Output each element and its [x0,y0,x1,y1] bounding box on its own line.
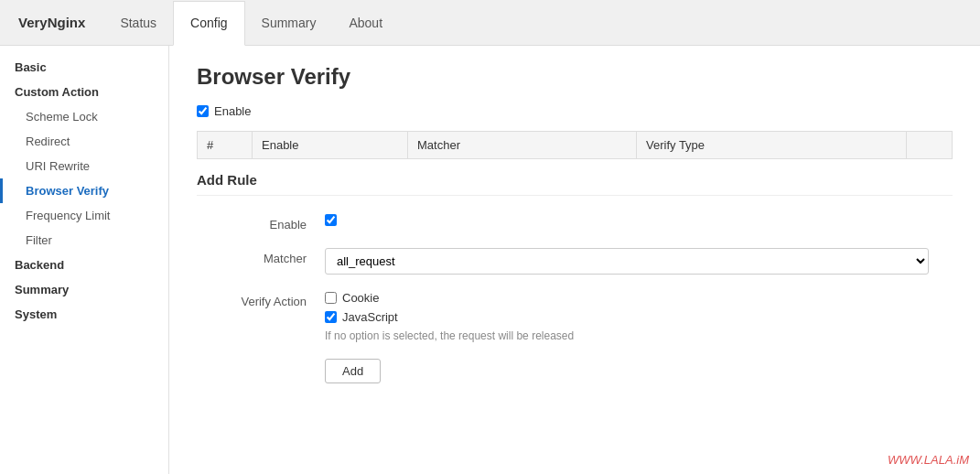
sidebar-item-backend[interactable]: Backend [0,253,168,277]
global-enable-row: Enable [197,104,953,118]
main-content: Browser Verify Enable # Enable Matcher V… [169,46,980,474]
col-header-action [907,132,953,159]
global-enable-checkbox[interactable] [197,105,209,117]
form-control-enable [325,214,953,229]
sidebar-item-system[interactable]: System [0,302,168,327]
top-nav: VeryNginx Status Config Summary About [0,0,980,46]
rule-enable-checkbox[interactable] [325,214,337,226]
nav-summary[interactable]: Summary [245,0,333,45]
nav-config[interactable]: Config [173,1,244,46]
cookie-row: Cookie [325,291,953,305]
col-header-matcher: Matcher [408,132,637,159]
col-header-num: # [198,132,253,159]
form-row-matcher: Matcher all_request [197,248,953,275]
sidebar-item-browser-verify[interactable]: Browser Verify [0,178,168,203]
form-row-verify-action: Verify Action Cookie JavaScript If no op… [197,291,953,342]
form-control-verify-action: Cookie JavaScript If no option is select… [325,291,953,342]
col-header-verify-type: Verify Type [637,132,907,159]
matcher-select[interactable]: all_request [325,248,929,275]
sidebar-item-scheme-lock[interactable]: Scheme Lock [0,104,168,129]
sidebar-item-filter[interactable]: Filter [0,228,168,253]
sidebar-item-redirect[interactable]: Redirect [0,129,168,154]
cookie-checkbox[interactable] [325,292,337,304]
sidebar-item-frequency-limit[interactable]: Frequency Limit [0,203,168,228]
cookie-label: Cookie [342,291,379,305]
javascript-row: JavaScript [325,310,953,324]
form-control-matcher: all_request [325,248,953,275]
layout: Basic Custom Action Scheme Lock Redirect… [0,46,980,474]
sidebar: Basic Custom Action Scheme Lock Redirect… [0,46,169,474]
nav-status[interactable]: Status [103,0,173,45]
form-label-enable: Enable [197,214,325,232]
form-row-add: Add [197,359,953,383]
form-label-verify-action: Verify Action [197,291,325,308]
sidebar-item-basic[interactable]: Basic [0,55,168,80]
col-header-enable: Enable [253,132,408,159]
form-control-add: Add [325,359,953,383]
javascript-checkbox[interactable] [325,311,337,323]
sidebar-item-custom-action[interactable]: Custom Action [0,80,168,104]
javascript-label: JavaScript [342,310,398,324]
sidebar-item-summary[interactable]: Summary [0,277,168,302]
global-enable-label: Enable [214,104,251,118]
brand: VeryNginx [0,0,103,45]
page-title: Browser Verify [197,64,953,90]
nav-about[interactable]: About [332,0,399,45]
add-button[interactable]: Add [325,359,381,383]
add-rule-title: Add Rule [197,172,953,196]
form-label-matcher: Matcher [197,248,325,265]
verify-action-hint: If no option is selected, the request wi… [325,329,953,342]
sidebar-item-uri-rewrite[interactable]: URI Rewrite [0,154,168,178]
form-row-enable: Enable [197,214,953,232]
rules-table: # Enable Matcher Verify Type [197,131,953,159]
form-label-add-spacer [197,359,325,362]
watermark: WWW.LALA.iM [888,453,969,467]
